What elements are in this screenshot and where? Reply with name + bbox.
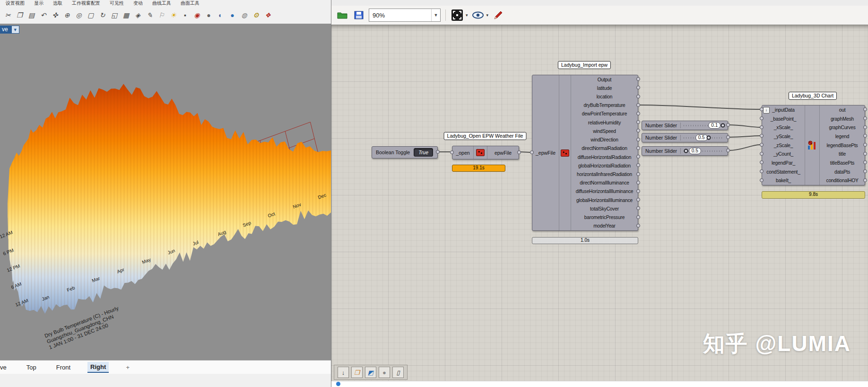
lamp-icon[interactable]: ☀ xyxy=(167,9,179,21)
output-connector[interactable] xyxy=(636,103,640,107)
number-slider-3[interactable]: Number Slider 0.5 xyxy=(642,146,728,156)
output-connector[interactable] xyxy=(636,198,640,202)
viewport-layout-icon[interactable]: ◱ xyxy=(108,9,120,21)
slider-track[interactable]: 0.1 xyxy=(681,121,728,130)
output-param[interactable]: globalHorizontalRadiation xyxy=(571,161,638,170)
output-connector[interactable] xyxy=(863,152,867,156)
undo-icon[interactable]: ↶ xyxy=(37,9,49,21)
output-connector[interactable] xyxy=(863,178,867,182)
selection-filter-icon[interactable]: ▢ xyxy=(85,9,96,21)
output-param[interactable]: graphMesh xyxy=(820,114,865,123)
output-param[interactable]: Output xyxy=(571,75,638,84)
boolean-toggle-component[interactable]: Boolean Toggle True xyxy=(372,146,438,158)
output-param[interactable]: legendBasePts xyxy=(820,141,865,150)
grasshopper-canvas[interactable]: Boolean Toggle True Ladybug_Open EPW Wea… xyxy=(331,25,868,381)
output-param[interactable]: conditionalHOY xyxy=(820,176,865,185)
output-param[interactable]: dewPointTemperature xyxy=(571,110,638,118)
output-param[interactable]: directNormalRadiation xyxy=(571,144,638,153)
output-connector[interactable] xyxy=(517,150,521,154)
chevron-down-icon[interactable]: ▾ xyxy=(486,13,489,18)
chevron-down-icon[interactable]: ▼ xyxy=(431,9,440,21)
output-param[interactable]: modelYear xyxy=(571,222,638,230)
input-connector[interactable] xyxy=(760,134,764,138)
output-param[interactable]: windSpeed xyxy=(571,127,638,135)
number-slider-1[interactable]: Number Slider 0.1 xyxy=(642,121,728,130)
tab-perspective[interactable]: ve xyxy=(0,362,9,372)
menu-item[interactable]: 变动 xyxy=(133,0,143,7)
preview-eye-icon[interactable] xyxy=(471,9,485,22)
chevron-down-icon[interactable]: ▾ xyxy=(466,13,468,18)
output-connector[interactable] xyxy=(636,206,640,210)
input-param[interactable]: _yCount_ xyxy=(762,150,805,158)
input-connector[interactable] xyxy=(760,160,764,164)
input-param[interactable]: legendPar_ xyxy=(762,158,805,167)
lock-icon[interactable]: ▪ xyxy=(179,9,191,21)
menu-item[interactable]: 可见性 xyxy=(110,0,124,7)
open-file-icon[interactable] xyxy=(336,9,349,22)
input-param[interactable]: _zScale_ xyxy=(762,141,805,150)
viewport-title[interactable]: ve xyxy=(0,26,11,34)
3d-chart-component[interactable]: ↓ _inputData _basePoint_ xyxy=(762,105,865,185)
output-connector[interactable] xyxy=(636,146,640,150)
paste-icon[interactable]: ▤ xyxy=(26,9,37,21)
cluster-icon[interactable]: ❒ xyxy=(351,367,363,378)
slider-knob[interactable] xyxy=(684,149,688,153)
output-connector[interactable] xyxy=(636,163,640,167)
input-param[interactable]: _xScale_ xyxy=(762,123,805,132)
output-param[interactable]: diffuseHorizontalIlluminance xyxy=(571,187,638,196)
internalize-data-icon[interactable]: ↓ xyxy=(763,107,770,114)
output-connector[interactable] xyxy=(636,112,640,115)
output-connector[interactable] xyxy=(436,150,440,154)
rotate-view-icon[interactable]: ↻ xyxy=(96,9,108,21)
input-param[interactable]: _epwFile xyxy=(532,75,559,230)
output-connector[interactable] xyxy=(636,224,640,228)
output-connector[interactable] xyxy=(863,107,867,111)
menu-item[interactable]: 选取 xyxy=(53,0,62,7)
toggle-value[interactable]: True xyxy=(414,148,433,157)
sketch-icon[interactable]: ✎ xyxy=(144,9,156,21)
record-history-icon[interactable]: ◉ xyxy=(191,9,203,21)
menu-item[interactable]: 设置视图 xyxy=(6,0,25,7)
output-param[interactable]: graphCurves xyxy=(820,123,865,132)
output-connector[interactable] xyxy=(636,95,640,98)
output-param[interactable]: globalHorizontalIlluminance xyxy=(571,196,638,204)
output-connector[interactable] xyxy=(636,181,640,185)
output-param[interactable]: dryBulbTemperature xyxy=(571,101,638,110)
output-param[interactable]: titleBasePts xyxy=(820,158,865,167)
input-connector[interactable] xyxy=(760,143,764,147)
output-param[interactable]: epwFile xyxy=(487,146,519,159)
output-connector[interactable] xyxy=(636,77,640,81)
zoom-window-icon[interactable]: ◎ xyxy=(73,9,85,21)
number-slider-2[interactable]: Number Slider 0.5 xyxy=(642,133,728,142)
xray-mode-icon[interactable]: ◍ xyxy=(238,9,250,21)
menu-item[interactable]: 显示 xyxy=(34,0,43,7)
output-param[interactable]: title xyxy=(820,150,865,158)
zoom-select[interactable]: 90% ▼ xyxy=(369,9,441,22)
settings-gear-icon[interactable]: ⚙ xyxy=(250,9,262,21)
rhino-viewport[interactable]: ve ▼ xyxy=(0,24,331,374)
output-connector[interactable] xyxy=(636,86,640,89)
output-param[interactable]: windDirection xyxy=(571,136,638,144)
input-connector[interactable] xyxy=(760,125,764,129)
input-param[interactable]: _basePoint_ xyxy=(762,114,805,123)
output-param[interactable]: barometricPressure xyxy=(571,213,638,222)
output-param[interactable]: totalSkyCover xyxy=(571,204,638,213)
slider-track[interactable]: 0.5 xyxy=(681,133,728,142)
output-connector[interactable] xyxy=(863,116,867,120)
input-param[interactable]: _open xyxy=(452,146,473,159)
output-param[interactable]: diffuseHorizontalRadiation xyxy=(571,153,638,161)
menu-item[interactable]: 工作视窗配置 xyxy=(72,0,100,7)
export-icon[interactable]: ↓ xyxy=(338,367,349,378)
output-connector[interactable] xyxy=(636,215,640,219)
output-connector[interactable] xyxy=(726,149,730,152)
sphere-icon[interactable]: ● xyxy=(379,367,390,378)
cut-icon[interactable]: ✂ xyxy=(2,9,14,21)
input-connector[interactable] xyxy=(530,150,534,154)
tab-top[interactable]: Top xyxy=(24,362,39,372)
output-param[interactable]: horizontalInfraredRadiation xyxy=(571,170,638,178)
input-connector[interactable] xyxy=(760,178,764,182)
zoom-in-icon[interactable]: ⊕ xyxy=(61,9,73,21)
output-connector[interactable] xyxy=(636,138,640,141)
add-viewport-tab-button[interactable]: + xyxy=(123,362,132,372)
output-connector[interactable] xyxy=(636,120,640,124)
